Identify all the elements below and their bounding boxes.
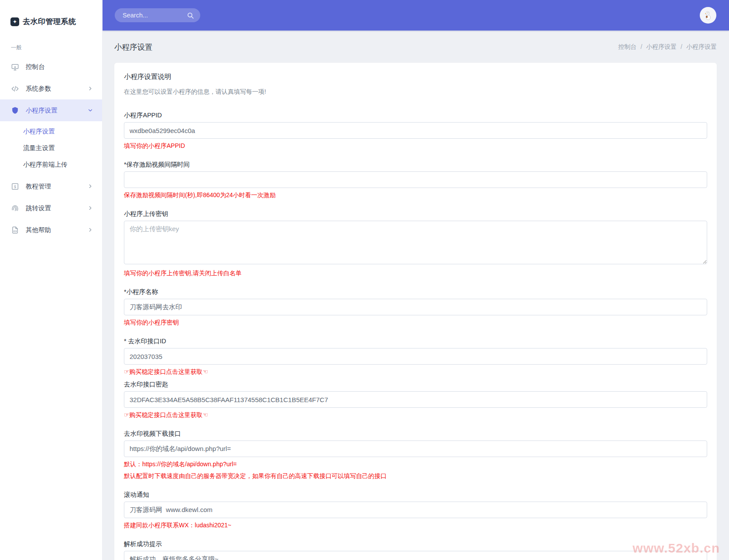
file-code-icon <box>11 226 19 234</box>
form-field: 解析成功提示 <box>124 540 707 560</box>
topbar <box>103 0 729 31</box>
user-avatar[interactable] <box>700 7 716 24</box>
watermark-api-secret-input[interactable] <box>124 391 707 408</box>
breadcrumb-item-console[interactable]: 控制台 <box>618 43 637 51</box>
app-logo: ✦ 去水印管理系统 <box>0 0 102 27</box>
field-hint: 填写你的小程序上传密钥,请关闭上传白名单 <box>124 269 707 278</box>
breadcrumb-item-current: 小程序设置 <box>686 43 717 51</box>
sidebar-item-other-help[interactable]: 其他帮助 <box>0 219 102 241</box>
submenu-item-traffic-settings[interactable]: 流量主设置 <box>0 140 102 156</box>
buy-stable-api-link[interactable]: ☞购买稳定接口点击这里获取☜ <box>124 367 707 376</box>
appid-input[interactable] <box>124 122 707 139</box>
field-hint: 填写你的小程序密钥 <box>124 318 707 327</box>
form-field: *小程序名称填写你的小程序密钥 <box>124 287 707 327</box>
breadcrumb-item-miniapp-settings[interactable]: 小程序设置 <box>646 43 677 51</box>
sidebar-item-miniapp-settings[interactable]: 小程序设置 <box>0 99 102 121</box>
chevron-right-icon <box>87 205 93 211</box>
submenu-item-miniapp-settings[interactable]: 小程序设置 <box>0 123 102 140</box>
reward-video-interval-input-label: *保存激励视频间隔时间 <box>124 160 707 169</box>
upload-key-textarea[interactable] <box>124 221 707 264</box>
field-hint: 保存激励视频间隔时间(秒),即86400为24小时看一次激励 <box>124 191 707 200</box>
parse-success-input[interactable] <box>124 551 707 560</box>
reward-video-interval-input[interactable] <box>124 171 707 188</box>
logo-icon: ✦ <box>10 17 19 26</box>
shield-icon <box>11 106 19 115</box>
content-area: 小程序设置 控制台 / 小程序设置 / 小程序设置 小程序设置说明 在这里您可以… <box>103 31 729 560</box>
sidebar-submenu: 小程序设置 流量主设置 小程序前端上传 <box>0 121 102 175</box>
avatar-goose-image <box>702 9 715 22</box>
sidebar-item-label: 跳转设置 <box>26 204 51 212</box>
form-field: 滚动通知搭建同款小程序联系WX：ludashi2021~ <box>124 490 707 530</box>
watermark-api-id-input[interactable] <box>124 348 707 365</box>
sidebar-item-tutorial-mgmt[interactable]: $ 教程管理 <box>0 175 102 197</box>
field-hint: 填写你的小程序APPID <box>124 141 707 150</box>
page-head: 小程序设置 控制台 / 小程序设置 / 小程序设置 <box>114 42 717 52</box>
video-download-api-input-label: 去水印视频下载接口 <box>124 429 707 438</box>
main-column: 小程序设置 控制台 / 小程序设置 / 小程序设置 小程序设置说明 在这里您可以… <box>103 0 729 560</box>
dollar-square-icon: $ <box>11 182 19 191</box>
form-fields: 小程序APPID填写你的小程序APPID*保存激励视频间隔时间保存激励视频间隔时… <box>124 111 707 560</box>
search-box <box>115 8 200 22</box>
sidebar-section-label: 一般 <box>11 44 102 51</box>
field-hint: 搭建同款小程序联系WX：ludashi2021~ <box>124 521 707 530</box>
upload-key-textarea-label: 小程序上传密钥 <box>124 209 707 218</box>
sidebar-item-label: 控制台 <box>26 63 45 71</box>
submenu-item-frontend-upload[interactable]: 小程序前端上传 <box>0 156 102 173</box>
chevron-right-icon <box>87 183 93 189</box>
sidebar-item-system-params[interactable]: 系统参数 <box>0 78 102 99</box>
form-field: 去水印接口密匙☞购买稳定接口点击这里获取☜ <box>124 380 707 420</box>
search-icon[interactable] <box>187 12 194 19</box>
svg-text:$: $ <box>14 184 17 188</box>
code-icon <box>11 85 19 93</box>
field-hint: 默认配置时下载速度由自己的服务器带宽决定，如果你有自己的高速下载接口可以填写自己… <box>124 471 707 481</box>
search-input[interactable] <box>123 12 187 19</box>
chevron-down-icon <box>87 107 93 113</box>
scroll-notice-input-label: 滚动通知 <box>124 490 707 499</box>
form-field: 小程序APPID填写你的小程序APPID <box>124 111 707 150</box>
scroll-notice-input[interactable] <box>124 502 707 518</box>
buy-stable-api-link[interactable]: ☞购买稳定接口点击这里获取☜ <box>124 410 707 420</box>
form-field: * 去水印接口ID☞购买稳定接口点击这里获取☜ <box>124 337 707 376</box>
video-download-api-input[interactable] <box>124 440 707 457</box>
sidebar-item-label: 小程序设置 <box>26 106 58 115</box>
breadcrumb-separator: / <box>640 43 642 51</box>
breadcrumb: 控制台 / 小程序设置 / 小程序设置 <box>618 43 717 51</box>
chevron-right-icon <box>87 85 93 92</box>
miniapp-name-input-label: *小程序名称 <box>124 287 707 296</box>
sidebar-nav: 控制台 系统参数 小程序设置 小程序设置 流量主设置 小程序前端上传 <box>0 56 102 241</box>
sidebar-item-console[interactable]: 控制台 <box>0 56 102 78</box>
page-title: 小程序设置 <box>114 42 153 52</box>
card-heading: 小程序设置说明 <box>124 72 707 81</box>
field-hint: 默认：https://你的域名/api/down.php?url= <box>124 460 707 469</box>
appid-input-label: 小程序APPID <box>124 111 707 120</box>
sidebar-item-label: 其他帮助 <box>26 226 51 234</box>
settings-card: 小程序设置说明 在这里您可以设置小程序的信息，请认真填写每一项! 小程序APPI… <box>114 63 717 560</box>
form-field: 去水印视频下载接口默认：https://你的域名/api/down.php?ur… <box>124 429 707 481</box>
fingerprint-icon <box>11 204 19 212</box>
parse-success-input-label: 解析成功提示 <box>124 540 707 548</box>
watermark-api-id-input-label: * 去水印接口ID <box>124 337 707 345</box>
form-field: 小程序上传密钥填写你的小程序上传密钥,请关闭上传白名单 <box>124 209 707 278</box>
sidebar: ✦ 去水印管理系统 一般 控制台 系统参数 <box>0 0 103 560</box>
sidebar-item-label: 系统参数 <box>26 85 51 93</box>
sidebar-item-label: 教程管理 <box>26 182 51 191</box>
watermark-api-secret-input-label: 去水印接口密匙 <box>124 380 707 389</box>
card-description: 在这里您可以设置小程序的信息，请认真填写每一项! <box>124 87 707 96</box>
form-field: *保存激励视频间隔时间保存激励视频间隔时间(秒),即86400为24小时看一次激… <box>124 160 707 200</box>
sidebar-item-jump-settings[interactable]: 跳转设置 <box>0 197 102 219</box>
monitor-icon <box>11 63 19 71</box>
breadcrumb-separator: / <box>681 43 682 51</box>
chevron-right-icon <box>87 227 93 233</box>
app-title: 去水印管理系统 <box>23 17 76 27</box>
app-root: ✦ 去水印管理系统 一般 控制台 系统参数 <box>0 0 729 560</box>
miniapp-name-input[interactable] <box>124 299 707 315</box>
